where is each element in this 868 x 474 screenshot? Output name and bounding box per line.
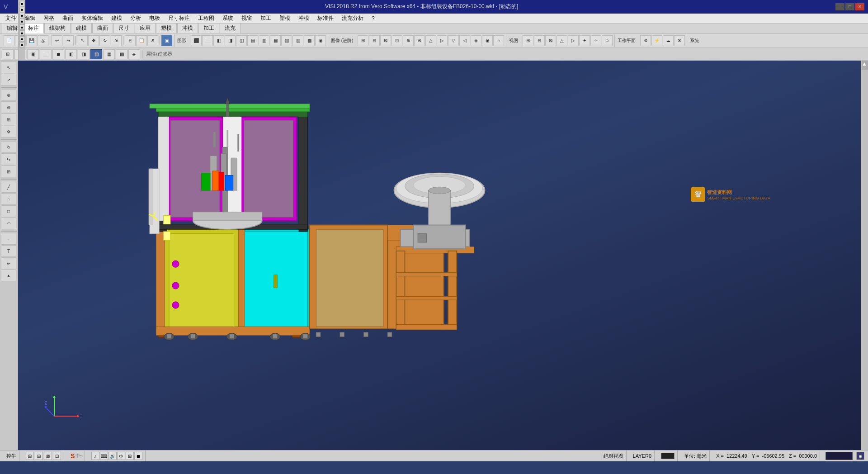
tab-curve[interactable]: 曲面 <box>92 23 113 33</box>
tb-v10[interactable]: ◁ <box>459 35 470 46</box>
menu-process[interactable]: 加工 <box>257 14 275 23</box>
view-btn-8-active[interactable]: ▨ <box>90 49 102 59</box>
view-btn-4[interactable]: ⬜ <box>40 49 52 59</box>
lt-dimension[interactable]: ⇤ <box>1 257 16 269</box>
tb-wp2[interactable]: ⊟ <box>534 35 545 46</box>
tb-wp7[interactable]: ✧ <box>590 35 601 46</box>
tb-i8[interactable]: ▦ <box>270 35 281 46</box>
status-icon-1[interactable]: ⊞ <box>26 452 34 460</box>
tb-shape[interactable]: ▣ <box>161 35 172 46</box>
tab-apply[interactable]: 应用 <box>135 23 156 33</box>
tb-sys4[interactable]: ✉ <box>674 35 685 46</box>
tb-delete[interactable]: ✗ <box>147 35 158 46</box>
view-btn-1[interactable]: ⊞ <box>2 49 14 59</box>
tb-wp4[interactable]: △ <box>557 35 567 46</box>
tb-v1[interactable]: ⊞ <box>358 35 368 46</box>
tb-v8[interactable]: ▷ <box>437 35 448 46</box>
tb-i3[interactable]: ◧ <box>213 35 224 46</box>
menu-drawing[interactable]: 工程图 <box>194 14 218 23</box>
tb-i1[interactable]: ⬛ <box>191 35 202 46</box>
se-3[interactable]: 🔊 <box>108 452 117 460</box>
tb-v3[interactable]: ⊠ <box>380 35 391 46</box>
lt-circle[interactable]: ○ <box>1 193 16 205</box>
lt-mirror[interactable]: ⇆ <box>1 153 16 165</box>
menu-solid-edit[interactable]: 实体编辑 <box>78 14 107 23</box>
se-4[interactable]: ⚙ <box>117 452 125 460</box>
tb-i9[interactable]: ▧ <box>281 35 292 46</box>
status-final-btn[interactable]: ■ <box>856 452 864 460</box>
se-6[interactable]: ◼ <box>134 452 142 460</box>
menu-surface[interactable]: 曲面 <box>59 14 77 23</box>
menu-view[interactable]: 视窗 <box>238 14 256 23</box>
tb-v5[interactable]: ⊕ <box>403 35 414 46</box>
tb-move[interactable]: ✥ <box>88 35 99 46</box>
menu-help[interactable]: ? <box>368 14 378 23</box>
tb-v6[interactable]: ⊗ <box>414 35 425 46</box>
tab-die[interactable]: 冲模 <box>177 23 198 33</box>
tb-v2[interactable]: ⊟ <box>369 35 380 46</box>
tb-v7[interactable]: △ <box>425 35 436 46</box>
close-button[interactable]: ✕ <box>855 3 864 10</box>
tb-select[interactable]: ↖ <box>77 35 88 46</box>
minimize-button[interactable]: — <box>835 3 844 10</box>
tab-plastic[interactable]: 塑模 <box>156 23 177 33</box>
lt-line[interactable]: ╱ <box>1 181 16 193</box>
se-2[interactable]: ⌨ <box>100 452 108 460</box>
tb-redo[interactable]: ↪ <box>63 35 74 46</box>
tb-v12[interactable]: ◉ <box>482 35 493 46</box>
menu-electrode[interactable]: 电极 <box>146 14 164 23</box>
tb-rotate[interactable]: ↻ <box>99 35 110 46</box>
lt-pan[interactable]: ✥ <box>1 126 16 137</box>
menu-flow[interactable]: 流充分析 <box>338 14 367 23</box>
tb-wp3[interactable]: ⊠ <box>545 35 556 46</box>
tb-undo[interactable]: ↩ <box>52 35 62 46</box>
tb-i10[interactable]: ▨ <box>292 35 303 46</box>
view-btn-10[interactable]: ▩ <box>116 49 127 59</box>
lt-rect[interactable]: □ <box>1 205 16 217</box>
maximize-button[interactable]: □ <box>845 3 854 10</box>
lt-arc[interactable]: ◠ <box>1 218 16 229</box>
menu-build[interactable]: 建模 <box>108 14 126 23</box>
lt-zoom-out[interactable]: ⊖ <box>1 101 16 113</box>
status-icon-2[interactable]: ⊟ <box>35 452 43 460</box>
tb-v9[interactable]: ▽ <box>448 35 459 46</box>
tb-wp6[interactable]: ✦ <box>579 35 590 46</box>
tb-i5[interactable]: ◫ <box>236 35 247 46</box>
tb-v13[interactable]: ⌂ <box>493 35 504 46</box>
lt-zoom-in[interactable]: ⊕ <box>1 89 16 101</box>
lt-select[interactable]: ↖ <box>1 62 16 73</box>
viewport[interactable]: 智 智造资料网 SMART MAN UFACTURING DATA X Y <box>18 61 861 450</box>
lt-point[interactable]: · <box>1 233 16 245</box>
lt-solid[interactable]: ▲ <box>1 270 16 281</box>
tb-v11[interactable]: ◈ <box>471 35 481 46</box>
tb-v4[interactable]: ⊡ <box>392 35 402 46</box>
tb-i4[interactable]: ◨ <box>225 35 236 46</box>
tab-model[interactable]: 建模 <box>71 23 92 33</box>
menu-system[interactable]: 系统 <box>219 14 237 23</box>
tb-i7[interactable]: ▥ <box>259 35 269 46</box>
view-btn-6[interactable]: ◧ <box>65 49 77 59</box>
se-1[interactable]: ♪ <box>91 452 99 460</box>
view-btn-3[interactable]: ▣ <box>27 49 39 59</box>
tb-scale[interactable]: ⇲ <box>111 35 122 46</box>
tab-annotation[interactable]: 标注 <box>23 23 44 33</box>
tb-copy[interactable]: ⎘ <box>125 35 136 46</box>
tb-wp8[interactable]: ✩ <box>602 35 613 46</box>
view-btn-7[interactable]: ◨ <box>78 49 90 59</box>
tb-wp1[interactable]: ⊞ <box>523 35 533 46</box>
menu-file[interactable]: 文件 <box>2 14 20 23</box>
tb-i11[interactable]: ▩ <box>304 35 315 46</box>
tb-save[interactable]: 💾 <box>26 35 37 46</box>
lt-array[interactable]: ⊞ <box>1 166 16 177</box>
tb-sys2[interactable]: ⚡ <box>651 35 662 46</box>
tb-new[interactable]: 📄 <box>4 35 14 46</box>
tab-machining[interactable]: 加工 <box>198 23 219 33</box>
tb-print[interactable]: 🖨 <box>38 35 48 46</box>
lt-rotate[interactable]: ↻ <box>1 141 16 153</box>
tb-i2[interactable]: ⬜ <box>202 35 213 46</box>
scroll-up[interactable]: ▲ <box>862 61 868 70</box>
view-btn-5[interactable]: ◼ <box>52 49 64 59</box>
menu-grid[interactable]: 网格 <box>40 14 58 23</box>
tb-sys1[interactable]: ⚙ <box>640 35 651 46</box>
right-scrollbar[interactable]: ▲ <box>861 61 868 450</box>
